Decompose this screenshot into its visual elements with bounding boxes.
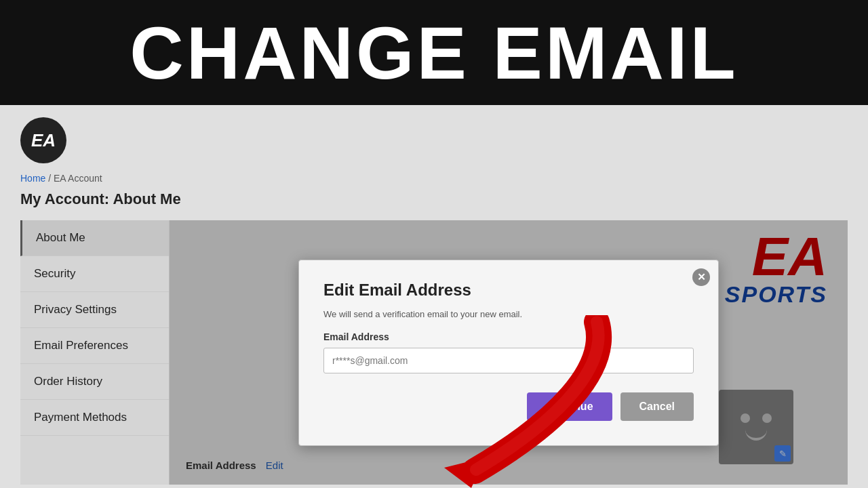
ea-logo-text: EA	[31, 130, 56, 151]
sidebar-item-order-history[interactable]: Order History	[20, 364, 169, 400]
sidebar-item-payment-methods[interactable]: Payment Methods	[20, 400, 169, 436]
page-title: My Account: About Me	[20, 190, 848, 208]
modal-subtitle: We will send a verification email to you…	[323, 309, 694, 319]
sidebar-item-security[interactable]: Security	[20, 256, 169, 292]
continue-button[interactable]: Continue	[527, 392, 612, 421]
ea-logo: EA	[20, 117, 66, 163]
svg-marker-1	[444, 458, 485, 488]
top-banner: CHANGE EMAIL	[0, 0, 868, 105]
email-field-label: Email Address	[323, 331, 694, 342]
sidebar-item-email-preferences[interactable]: Email Preferences	[20, 328, 169, 364]
breadcrumb-home[interactable]: Home	[20, 173, 45, 184]
modal-dialog: ✕ Edit Email Address We will send a veri…	[298, 260, 719, 446]
banner-title: CHANGE EMAIL	[130, 9, 738, 96]
breadcrumb: Home / EA Account	[20, 173, 848, 184]
breadcrumb-separator: /	[45, 173, 54, 184]
modal-title: Edit Email Address	[323, 281, 694, 300]
email-input[interactable]	[323, 348, 694, 373]
sidebar-item-privacy-settings[interactable]: Privacy Settings	[20, 292, 169, 328]
layout: About Me Security Privacy Settings Email…	[20, 220, 848, 485]
main-content: EA Home / EA Account My Account: About M…	[0, 105, 868, 488]
content-panel: EA SPORTS ✎	[170, 220, 848, 485]
sidebar: About Me Security Privacy Settings Email…	[20, 220, 170, 485]
modal-buttons: Continue Cancel	[323, 392, 694, 421]
modal-overlay: ✕ Edit Email Address We will send a veri…	[170, 220, 848, 485]
sidebar-item-about-me[interactable]: About Me	[20, 220, 169, 256]
modal-close-button[interactable]: ✕	[692, 268, 710, 286]
cancel-button[interactable]: Cancel	[620, 392, 694, 421]
breadcrumb-current: EA Account	[54, 173, 102, 184]
